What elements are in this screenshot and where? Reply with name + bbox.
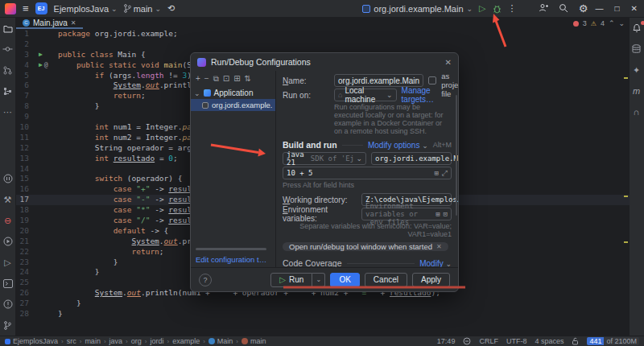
prev-problem-icon[interactable]: ⌃ [609, 19, 615, 27]
debug-button[interactable] [493, 4, 502, 14]
main-class-input[interactable]: org.jordi.example.Main ⊡ [371, 152, 452, 165]
cancel-button[interactable]: Cancel [365, 273, 407, 287]
sort-configurations-icon[interactable]: ⇅ [245, 74, 251, 84]
run-tool-icon[interactable]: ▷ [2, 256, 14, 269]
main-menu-icon[interactable]: ≡ [23, 2, 29, 14]
line-number: 28 [16, 309, 29, 319]
tab-main-java[interactable]: C Main.java ✕ [16, 18, 83, 29]
dialog-title-bar[interactable]: Run/Debug Configurations ✕ [191, 53, 458, 71]
manage-targets-link[interactable]: Manage targets… [402, 86, 452, 104]
caret-position-widget[interactable]: 17:49 [437, 337, 456, 345]
breadcrumb-item[interactable]: src [67, 337, 76, 345]
version-control-tool-icon[interactable] [2, 319, 14, 332]
more-tool-windows-icon[interactable]: ⋯ [2, 105, 14, 118]
tree-expand-icon[interactable]: ⌄ [194, 89, 200, 97]
dialog-title: Run/Debug Configurations [211, 57, 311, 67]
build-tool-icon[interactable]: ⚒ [2, 193, 14, 206]
jdk-select[interactable]: java 21 SDK of 'Ejempl ⌄ [283, 152, 366, 165]
breadcrumb-item[interactable]: main [85, 337, 101, 345]
problems-tool-icon[interactable]: ⊖ [2, 214, 14, 227]
window-minimize-button[interactable]: — [596, 4, 604, 13]
vcs-branch-widget[interactable]: main ⌄ [124, 4, 161, 14]
maven-tool-icon[interactable]: m [630, 84, 643, 97]
history-icon[interactable]: ⟲ [167, 3, 175, 14]
profiler-tool-icon[interactable] [2, 172, 14, 185]
breadcrumb-item[interactable]: main [242, 337, 266, 345]
name-input[interactable]: org.jordi.example.Main [334, 74, 423, 87]
modify-options-link[interactable]: Modify options ⌄ [368, 141, 428, 150]
code-line[interactable]: 28} [16, 309, 630, 319]
run-gutter-icon[interactable]: ▶ [39, 60, 43, 71]
tree-group-application[interactable]: ⌄ Application [191, 87, 275, 99]
add-configuration-icon[interactable]: + [196, 74, 200, 84]
notifications-bell-icon[interactable] [630, 22, 643, 35]
project-tool-icon[interactable] [2, 22, 14, 35]
remove-configuration-icon[interactable]: − [204, 74, 209, 84]
ok-button[interactable]: OK [330, 273, 359, 287]
settings-gear-icon[interactable]: ⚙ [578, 2, 589, 14]
database-tool-icon[interactable] [630, 43, 643, 56]
next-problem-icon[interactable]: ⌄ [618, 19, 625, 27]
copy-configuration-icon[interactable]: ⧉ [213, 74, 219, 84]
run-gutter-icon[interactable]: ▶ [39, 50, 43, 60]
terminal-tool-icon[interactable] [2, 277, 14, 290]
gradle-tool-icon[interactable]: ∩ [630, 105, 643, 118]
macros-icon[interactable]: ⊞ [434, 169, 438, 178]
breadcrumb-item[interactable]: EjemplosJava [5, 337, 58, 345]
commit-tool-icon[interactable] [2, 43, 14, 56]
chip-remove-icon[interactable]: ✕ [436, 243, 442, 250]
class-icon [208, 338, 215, 344]
lock-icon[interactable] [572, 337, 579, 345]
run-configuration-dropdown[interactable]: org.jordi.example.Main ⌄ [362, 4, 473, 14]
breadcrumb-item[interactable]: example [172, 337, 200, 345]
macros-icon[interactable]: ⊡ [444, 210, 448, 218]
dialog-close-icon[interactable]: ✕ [445, 58, 452, 67]
project-badge-icon[interactable]: EJ [35, 2, 47, 14]
search-icon[interactable] [558, 3, 569, 14]
run-options-arrow[interactable]: ⌄ [312, 273, 325, 287]
browse-folder-icon[interactable]: ⊞ [436, 210, 440, 218]
run-on-select[interactable]: ⌂ Local machine ⌄ [334, 89, 397, 101]
breadcrumb-item[interactable]: java [109, 337, 123, 345]
folder-group-icon[interactable]: ⊞ [233, 74, 240, 84]
environment-variables-input[interactable]: Environment variables or .env files ⊞ ⊡ [361, 208, 452, 220]
structure-tool-icon[interactable] [2, 84, 14, 97]
problems-view-icon[interactable] [2, 298, 14, 311]
expand-field-icon[interactable]: ⤢ [442, 169, 448, 178]
more-actions-icon[interactable]: ⋮ [508, 3, 517, 14]
apply-button[interactable]: Apply [412, 273, 450, 287]
open-tool-window-chip[interactable]: Open run/debug tool window when started … [283, 242, 448, 251]
line-separator-widget[interactable]: CRLF [479, 337, 498, 345]
indent-widget[interactable]: 4 spaces [535, 337, 564, 345]
breadcrumb-item[interactable]: jordi [150, 337, 163, 345]
project-widget[interactable]: EjemplosJava ⌄ [54, 4, 118, 14]
form-scrollbar[interactable] [456, 95, 457, 216]
highlighting-level-icon[interactable] [463, 337, 471, 345]
window-close-button[interactable]: ✕ [631, 4, 638, 13]
pull-requests-tool-icon[interactable] [2, 64, 14, 76]
store-as-project-file-checkbox[interactable] [428, 76, 436, 84]
edit-templates-link[interactable]: Edit configuration templates… [196, 255, 270, 264]
window-maximize-button[interactable]: □ [615, 4, 620, 13]
code-line[interactable]: 1package org.jordi.example; [16, 29, 630, 39]
run-button[interactable]: ▷ [479, 3, 485, 14]
breadcrumb-item[interactable]: Main [208, 337, 233, 345]
save-configuration-icon[interactable]: ⊡ [223, 74, 229, 84]
tab-close-icon[interactable]: ✕ [71, 19, 76, 27]
project-name: EjemplosJava [54, 4, 109, 14]
breadcrumb-item[interactable]: org [131, 337, 142, 345]
ai-assistant-tool-icon[interactable]: ✦ [630, 64, 643, 76]
code-with-me-icon[interactable] [538, 3, 549, 14]
run-split-button[interactable]: ▷ Run ⌄ [270, 273, 325, 287]
help-button[interactable]: ? [199, 274, 212, 286]
code-line[interactable]: 2 [16, 39, 630, 50]
inspections-widget[interactable]: 3 ⚠ 4 ⌃ ⌄ [573, 19, 630, 27]
debug-tool-icon[interactable] [2, 235, 14, 248]
coverage-sub-header: Packages and classes to include in cover… [283, 266, 447, 267]
tree-horizontal-scrollbar[interactable] [196, 248, 266, 250]
code-line[interactable]: 27 } [16, 299, 630, 309]
memory-indicator-widget[interactable]: 441 of 2100M [587, 337, 639, 345]
tree-item-selected-config[interactable]: org.jordi.example.Main [191, 99, 275, 111]
encoding-widget[interactable]: UTF-8 [506, 337, 527, 345]
program-arguments-input[interactable]: 10 + 5 ⊞ ⤢ [283, 167, 452, 179]
